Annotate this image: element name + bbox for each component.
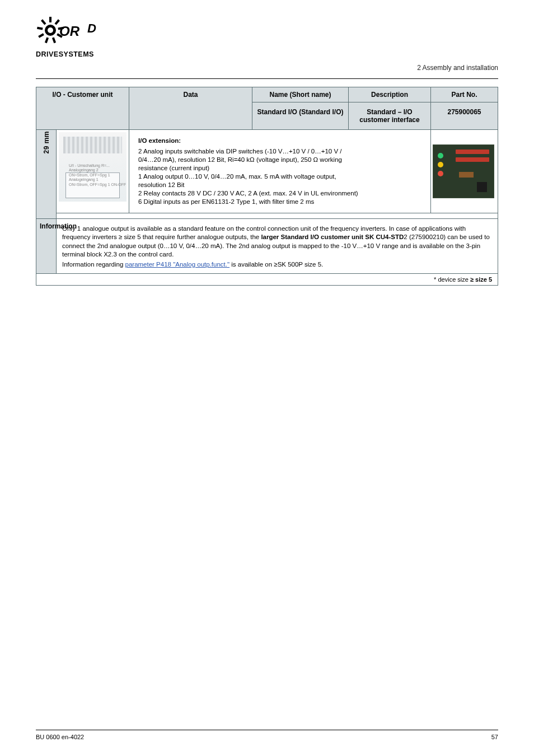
ext-title: I/O extension:: [138, 137, 359, 145]
section-heading: 2 Assembly and installation: [36, 64, 498, 72]
svg-text:OR: OR: [59, 24, 80, 39]
information-body: Only 1 analogue output is available as a…: [57, 218, 498, 274]
col-name-short: Name (Short name): [252, 87, 349, 102]
nord-gear-logo-icon: OR D: [36, 16, 102, 49]
image-description-row: 29 mm U/I - Umschaltung R=... Analogeing…: [36, 130, 498, 213]
info-p1-d: larger Standard I/O customer unit SK CU4…: [261, 234, 404, 240]
svg-rect-2: [49, 17, 51, 22]
ext-bullet-3: 2 Relay contacts 28 V DC / 230 V AC, 2 A…: [138, 189, 359, 198]
category-text: 29 mm: [43, 131, 50, 154]
svg-point-1: [48, 27, 53, 33]
svg-text:D: D: [87, 21, 96, 35]
col-description: Description: [349, 87, 431, 102]
header-divider: [36, 78, 498, 79]
col-part-no: Part No.: [431, 87, 498, 102]
footer-page-number: 57: [491, 734, 498, 740]
name-value: Standard I/O (Standard I/O): [252, 102, 349, 130]
footnote-size: ≥ size 5: [470, 276, 492, 283]
svg-rect-7: [45, 37, 49, 43]
footer-doc-id: BU 0600 en-4022: [36, 734, 84, 740]
info-p1-c: that require further analogue outputs, t…: [141, 234, 261, 240]
brand-logo: OR D DRIVESYSTEMS: [36, 16, 498, 58]
terminal-note: U/I - Umschaltung R=... Analogeingang 2 …: [69, 164, 126, 187]
info-p1-b: ≥ size 5: [119, 234, 141, 240]
svg-rect-6: [52, 37, 56, 43]
table-header-row: I/O - Customer unit Data Name (Short nam…: [36, 87, 498, 102]
information-label: Information: [36, 218, 57, 274]
info-paragraph-1: Only 1 analogue output is available as a…: [62, 225, 492, 259]
terminal-strip-image: U/I - Umschaltung R=... Analogeingang 2 …: [59, 132, 127, 202]
info-paragraph-2: Information regarding parameter P418 "An…: [62, 260, 492, 269]
footnote-cell: * device size ≥ size 5: [36, 274, 498, 286]
document-page: OR D DRIVESYSTEMS 2 Assembly and install…: [0, 0, 534, 308]
brand-subtitle: DRIVESYSTEMS: [36, 50, 498, 58]
parameter-link[interactable]: parameter P418 "Analog outp.funct.": [125, 261, 230, 268]
footnote-text: device size: [438, 276, 468, 283]
footnote-row: * device size ≥ size 5: [36, 274, 498, 286]
io-extension-description: I/O extension: 2 Analog inputs switchabl…: [129, 130, 431, 213]
col-data: Data: [129, 87, 252, 130]
page-footer: BU 0600 en-4022 57: [36, 730, 498, 740]
info-p2-a: Information regarding: [62, 261, 125, 268]
terminal-image-cell: U/I - Umschaltung R=... Analogeingang 2 …: [57, 130, 129, 213]
desc-value: Standard – I/O customer interface: [349, 102, 431, 130]
svg-rect-8: [38, 33, 44, 38]
ext-bullet-2: 1 Analog output 0…10 V, 0/4…20 mA, max. …: [138, 172, 359, 189]
board-image-cell: [431, 130, 498, 213]
info-p2-b: is available on ≥SK 500P size 5.: [229, 261, 323, 268]
spec-table: I/O - Customer unit Data Name (Short nam…: [36, 87, 498, 286]
ext-bullet-4: 6 Digital inputs as per EN61131-2 Type 1…: [138, 198, 359, 206]
ext-bullet-1: 2 Analog inputs switchable via DIP switc…: [138, 147, 359, 172]
col-group: I/O - Customer unit: [36, 87, 129, 130]
category-vertical-label: 29 mm: [36, 130, 57, 219]
information-row: Information Only 1 analogue output is av…: [36, 218, 498, 274]
footnote-star: *: [434, 276, 436, 283]
svg-rect-9: [37, 27, 43, 30]
circuit-board-image: [433, 144, 494, 198]
part-value: 275900065: [431, 102, 498, 130]
spacer-row: [36, 213, 498, 218]
svg-rect-10: [41, 19, 46, 25]
